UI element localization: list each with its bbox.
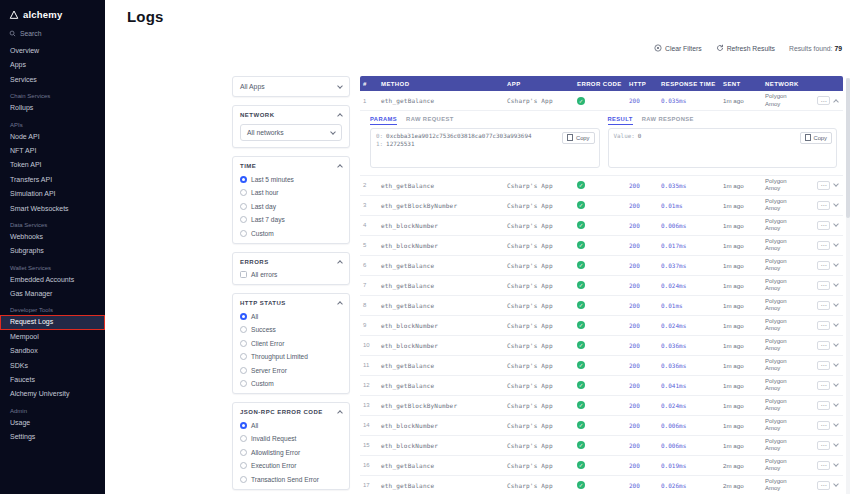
- row-menu-button[interactable]: ⋯: [817, 381, 830, 390]
- radio-icon[interactable]: [240, 449, 247, 456]
- http-status-option-throughput-limited[interactable]: Throughput Limited: [240, 353, 342, 360]
- tab-raw-response[interactable]: RAW RESPONSE: [642, 116, 694, 125]
- row-menu-button[interactable]: ⋯: [817, 221, 830, 230]
- tab-raw-request[interactable]: RAW REQUEST: [406, 116, 454, 125]
- jsonrpc-option-allowlisting-error[interactable]: Allowlisting Error: [240, 449, 342, 456]
- sidebar-item-rollups[interactable]: Rollups: [0, 101, 105, 115]
- http-status-option-server-error[interactable]: Server Error: [240, 367, 342, 374]
- chevron-down-icon[interactable]: [833, 361, 839, 367]
- time-filter-header[interactable]: TIME: [240, 163, 342, 169]
- log-row[interactable]: 6eth_getBalanceCsharp's App✓2000.037ms1m…: [360, 256, 843, 276]
- all-errors-option[interactable]: All errors: [240, 271, 342, 278]
- sidebar-item-gas-manager[interactable]: Gas Manager: [0, 287, 105, 301]
- scrollbar-thumb[interactable]: [846, 78, 850, 218]
- jsonrpc-option-invalid-request[interactable]: Invalid Request: [240, 435, 342, 442]
- sidebar-item-token-api[interactable]: Token API: [0, 158, 105, 172]
- chevron-down-icon[interactable]: [833, 221, 839, 227]
- chevron-up-icon[interactable]: [833, 99, 839, 105]
- time-option-last-5-minutes[interactable]: Last 5 minutes: [240, 176, 342, 183]
- radio-icon[interactable]: [240, 203, 247, 210]
- sidebar-item-faucets[interactable]: Faucets: [0, 373, 105, 387]
- time-option-last-hour[interactable]: Last hour: [240, 189, 342, 196]
- row-menu-button[interactable]: ⋯: [817, 281, 830, 290]
- radio-icon[interactable]: [240, 216, 247, 223]
- row-menu-button[interactable]: ⋯: [817, 321, 830, 330]
- chevron-down-icon[interactable]: [833, 241, 839, 247]
- sidebar-item-alchemy-university[interactable]: Alchemy University: [0, 387, 105, 401]
- column-header-app[interactable]: APP: [504, 76, 574, 91]
- log-row[interactable]: 10eth_blockNumberCsharp's App✓2000.036ms…: [360, 336, 843, 356]
- time-option-last-7-days[interactable]: Last 7 days: [240, 216, 342, 223]
- sidebar-item-transfers-api[interactable]: Transfers API: [0, 173, 105, 187]
- row-menu-button[interactable]: ⋯: [817, 341, 830, 350]
- chevron-down-icon[interactable]: [833, 201, 839, 207]
- sidebar-item-simulation-api[interactable]: Simulation API: [0, 187, 105, 201]
- copy-request-button[interactable]: Copy: [562, 132, 594, 144]
- column-header-sent[interactable]: SENT: [720, 76, 762, 91]
- log-row[interactable]: 17eth_getBalanceCsharp's App✓2000.026ms2…: [360, 476, 843, 494]
- chevron-down-icon[interactable]: [833, 401, 839, 407]
- log-row[interactable]: 11eth_getBalanceCsharp's App✓2000.036ms1…: [360, 356, 843, 376]
- log-row[interactable]: 4eth_blockNumberCsharp's App✓2000.006ms1…: [360, 216, 843, 236]
- sidebar-item-services[interactable]: Services: [0, 73, 105, 87]
- chevron-down-icon[interactable]: [833, 181, 839, 187]
- row-menu-button[interactable]: ⋯: [817, 201, 830, 210]
- row-menu-button[interactable]: ⋯: [817, 361, 830, 370]
- network-filter-header[interactable]: NETWORK: [240, 112, 342, 118]
- log-row[interactable]: 3eth_getBlockByNumberCsharp's App✓2000.0…: [360, 196, 843, 216]
- radio-icon[interactable]: [240, 313, 247, 320]
- log-row[interactable]: 2eth_getBalanceCsharp's App✓2000.035ms1m…: [360, 176, 843, 196]
- chevron-down-icon[interactable]: [833, 281, 839, 287]
- chevron-down-icon[interactable]: [833, 481, 839, 487]
- chevron-down-icon[interactable]: [833, 261, 839, 267]
- sidebar-item-settings[interactable]: Settings: [0, 430, 105, 444]
- radio-icon[interactable]: [240, 367, 247, 374]
- row-menu-button[interactable]: ⋯: [817, 96, 830, 105]
- radio-icon[interactable]: [240, 340, 247, 347]
- column-header-network[interactable]: NETWORK: [762, 76, 808, 91]
- radio-icon[interactable]: [240, 380, 247, 387]
- chevron-down-icon[interactable]: [833, 441, 839, 447]
- log-row[interactable]: 16eth_getBalanceCsharp's App✓2000.019ms2…: [360, 456, 843, 476]
- column-header-error-code[interactable]: ERROR CODE: [574, 76, 626, 91]
- log-row[interactable]: 8eth_getBalanceCsharp's App✓2000.01ms1m …: [360, 296, 843, 316]
- clear-filters-button[interactable]: Clear Filters: [654, 44, 702, 52]
- apps-filter-select[interactable]: All Apps: [232, 76, 350, 97]
- radio-icon[interactable]: [240, 230, 247, 237]
- sidebar-item-webhooks[interactable]: Webhooks: [0, 230, 105, 244]
- tab-result[interactable]: RESULT: [608, 116, 633, 125]
- jsonrpc-option-execution-error[interactable]: Execution Error: [240, 462, 342, 469]
- chevron-down-icon[interactable]: [833, 381, 839, 387]
- log-row[interactable]: 5eth_blockNumberCsharp's App✓2000.017ms1…: [360, 236, 843, 256]
- radio-icon[interactable]: [240, 422, 247, 429]
- time-option-custom[interactable]: Custom: [240, 230, 342, 237]
- jsonrpc-filter-header[interactable]: JSON-RPC ERROR CODE: [240, 409, 342, 415]
- sidebar-item-embedded-accounts[interactable]: Embedded Accounts: [0, 273, 105, 287]
- chevron-down-icon[interactable]: [833, 341, 839, 347]
- log-row[interactable]: 12eth_getBalanceCsharp's App✓2000.041ms1…: [360, 376, 843, 396]
- row-menu-button[interactable]: ⋯: [817, 421, 830, 430]
- sidebar-search[interactable]: Search: [0, 25, 105, 44]
- errors-filter-header[interactable]: ERRORS: [240, 259, 342, 265]
- time-option-last-day[interactable]: Last day: [240, 203, 342, 210]
- row-menu-button[interactable]: ⋯: [817, 401, 830, 410]
- radio-icon[interactable]: [240, 189, 247, 196]
- sidebar-item-node-api[interactable]: Node API: [0, 130, 105, 144]
- jsonrpc-option-all[interactable]: All: [240, 422, 342, 429]
- radio-icon[interactable]: [240, 476, 247, 483]
- http-status-option-custom[interactable]: Custom: [240, 380, 342, 387]
- chevron-down-icon[interactable]: [833, 461, 839, 467]
- tab-params[interactable]: PARAMS: [370, 116, 397, 125]
- row-menu-button[interactable]: ⋯: [817, 461, 830, 470]
- row-menu-button[interactable]: ⋯: [817, 241, 830, 250]
- log-row[interactable]: 7eth_getBalanceCsharp's App✓2000.024ms1m…: [360, 276, 843, 296]
- sidebar-item-mempool[interactable]: Mempool: [0, 330, 105, 344]
- sidebar-item-nft-api[interactable]: NFT API: [0, 144, 105, 158]
- scrollbar[interactable]: [846, 78, 850, 494]
- http-status-option-success[interactable]: Success: [240, 326, 342, 333]
- sidebar-item-usage[interactable]: Usage: [0, 416, 105, 430]
- brand[interactable]: alchemy: [0, 7, 105, 25]
- radio-icon[interactable]: [240, 435, 247, 442]
- http-status-option-client-error[interactable]: Client Error: [240, 340, 342, 347]
- chevron-down-icon[interactable]: [833, 301, 839, 307]
